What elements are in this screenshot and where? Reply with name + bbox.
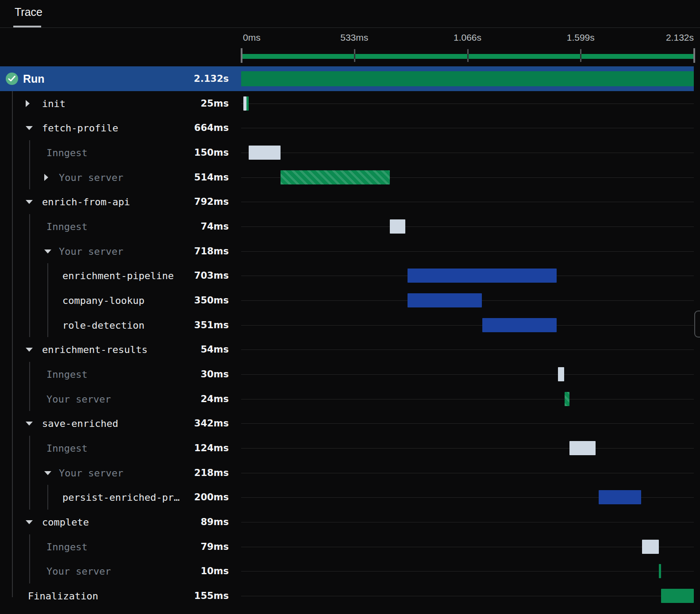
- trace-row-finalization[interactable]: Finalization 155ms: [0, 583, 700, 608]
- trace-row-your-server[interactable]: Your server 218ms: [0, 460, 700, 485]
- tick-mark: [693, 48, 695, 63]
- tree-indent-guide: [47, 288, 48, 313]
- tree-indent-guide: [12, 510, 13, 534]
- span-duration: 718ms: [159, 246, 229, 257]
- caret-down-icon[interactable]: [26, 520, 33, 524]
- row-gridline: [241, 349, 694, 350]
- tab-trace[interactable]: Trace: [15, 6, 42, 19]
- trace-row-inngest[interactable]: Inngest 30ms: [0, 362, 700, 387]
- span-bar-green[interactable]: [661, 589, 694, 603]
- span-track: [241, 485, 694, 510]
- trace-row-inngest[interactable]: Inngest 79ms: [0, 534, 700, 559]
- span-track: [241, 510, 694, 534]
- span-bar-light[interactable]: [249, 146, 281, 160]
- caret-down-icon[interactable]: [26, 126, 33, 130]
- row-gridline: [241, 226, 694, 227]
- tree-indent-guide: [12, 189, 13, 214]
- span-bar-light[interactable]: [558, 367, 564, 381]
- minimap-separator: [354, 54, 355, 59]
- span-track: [241, 239, 694, 264]
- timeline-header: 0ms533ms1.066s1.599s2.132s: [0, 28, 700, 66]
- trace-row-persist-enriched-pr[interactable]: persist-enriched-pr… 200ms: [0, 485, 700, 510]
- row-gridline: [241, 202, 694, 202]
- trace-row-role-detection[interactable]: role-detection 351ms: [0, 313, 700, 338]
- span-track: [241, 115, 694, 140]
- span-bar-light[interactable]: [569, 441, 596, 455]
- trace-row-fetch-profile[interactable]: fetch-profile 664ms: [0, 115, 700, 140]
- caret-down-icon[interactable]: [26, 348, 33, 352]
- caret-down-icon[interactable]: [26, 200, 33, 204]
- row-gridline: [241, 596, 694, 596]
- span-bar-light[interactable]: [642, 540, 659, 554]
- timeline-tick-labels: 0ms533ms1.066s1.599s2.132s: [241, 32, 694, 45]
- span-track: [241, 583, 694, 608]
- span-bar-blue[interactable]: [599, 490, 641, 504]
- tree-indent-guide: [12, 313, 13, 338]
- span-track: [241, 313, 694, 338]
- span-label: save-enriched: [42, 418, 118, 429]
- trace-row-enrich-from-api[interactable]: enrich-from-api 792ms: [0, 189, 700, 214]
- tree-indent-guide: [47, 263, 48, 288]
- span-bar-blue[interactable]: [408, 269, 557, 283]
- tree-indent-guide: [29, 214, 30, 239]
- trace-rows: Run 2.132s init 25ms fetch-profile 664ms: [0, 66, 700, 608]
- span-bar-blue[interactable]: [482, 318, 557, 332]
- row-gridline: [241, 374, 694, 375]
- span-label: Your server: [59, 172, 123, 183]
- trace-row-inngest[interactable]: Inngest 124ms: [0, 436, 700, 460]
- caret-down-icon[interactable]: [44, 471, 51, 475]
- span-track: [241, 91, 694, 116]
- tree-indent-guide: [29, 534, 30, 559]
- span-label: Your server: [59, 467, 123, 478]
- trace-row-inngest[interactable]: Inngest 74ms: [0, 214, 700, 239]
- trace-row-your-server[interactable]: Your server 24ms: [0, 387, 700, 411]
- trace-row-your-server[interactable]: Your server 514ms: [0, 165, 700, 190]
- tick-mark: [241, 48, 242, 63]
- tick-label: 533ms: [340, 32, 368, 43]
- span-bar-hatched[interactable]: [565, 392, 570, 406]
- span-duration: 25ms: [159, 98, 229, 109]
- tree-indent-guide: [12, 534, 13, 559]
- span-label: complete: [42, 516, 89, 527]
- tree-indent-guide: [12, 362, 13, 387]
- caret-right-icon[interactable]: [44, 174, 48, 181]
- span-label: enrichment-results: [42, 344, 147, 355]
- span-label: init: [42, 98, 65, 109]
- caret-down-icon[interactable]: [26, 422, 33, 426]
- tree-indent-guide: [12, 165, 13, 190]
- trace-row-enrichment-results[interactable]: enrichment-results 54ms: [0, 337, 700, 362]
- span-bar-green[interactable]: [659, 564, 661, 578]
- row-gridline: [241, 104, 694, 104]
- span-bar-hatched[interactable]: [281, 170, 390, 184]
- trace-row-inngest[interactable]: Inngest 150ms: [0, 140, 700, 165]
- tree-indent-guide: [12, 239, 13, 264]
- caret-down-icon[interactable]: [44, 249, 51, 253]
- caret-right-icon[interactable]: [26, 100, 30, 107]
- trace-row-complete[interactable]: complete 89ms: [0, 510, 700, 534]
- trace-row-company-lookup[interactable]: company-lookup 350ms: [0, 288, 700, 313]
- timeline-minimap[interactable]: [241, 48, 694, 67]
- span-label: enrich-from-api: [42, 196, 130, 207]
- span-bar-run[interactable]: [241, 71, 694, 86]
- span-bar-blue[interactable]: [408, 293, 482, 307]
- trace-row-save-enriched[interactable]: save-enriched 342ms: [0, 411, 700, 436]
- trace-row-your-server[interactable]: Your server 10ms: [0, 559, 700, 583]
- span-label: Your server: [46, 393, 111, 404]
- row-gridline: [241, 251, 694, 252]
- span-track: [241, 559, 694, 583]
- span-duration: 664ms: [159, 123, 229, 133]
- span-duration: 155ms: [159, 591, 229, 601]
- span-label: fetch-profile: [42, 123, 118, 134]
- row-gridline: [241, 473, 694, 473]
- trace-row-init[interactable]: init 25ms: [0, 91, 700, 116]
- trace-row-run[interactable]: Run 2.132s: [0, 66, 700, 91]
- scrollbar-thumb[interactable]: [694, 311, 700, 338]
- trace-row-your-server[interactable]: Your server 718ms: [0, 239, 700, 264]
- span-bar-green[interactable]: [246, 96, 249, 111]
- span-duration: 200ms: [159, 492, 229, 503]
- span-duration: 218ms: [159, 468, 229, 478]
- span-bar-light[interactable]: [390, 219, 406, 234]
- span-track: [241, 387, 694, 411]
- tree-indent-guide: [29, 239, 30, 264]
- trace-row-enrichment-pipeline[interactable]: enrichment-pipeline 703ms: [0, 263, 700, 288]
